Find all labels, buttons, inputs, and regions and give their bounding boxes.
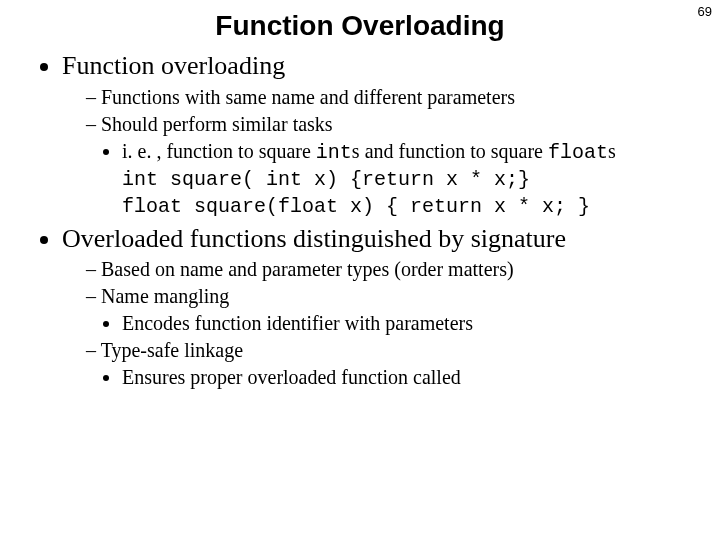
bullet-2-sublist: Based on name and parameter types (order… [68, 257, 690, 390]
page-number: 69 [698, 4, 712, 19]
bullet-2-sub-2-list: Encodes function identifier with paramet… [100, 311, 690, 336]
bullet-1-sub-2-text: Should perform similar tasks [101, 113, 333, 135]
slide: 69 Function Overloading Function overloa… [0, 0, 720, 540]
bullet-2-sub-2-text: Name mangling [101, 285, 229, 307]
b1s2a-post: s [608, 140, 616, 162]
bullet-1-sub-2a: i. e. , function to square ints and func… [122, 139, 690, 165]
b1s2a-code1: int [316, 141, 352, 164]
bullet-2: Overloaded functions distinguished by si… [62, 223, 690, 391]
bullet-2-sub-1: Based on name and parameter types (order… [86, 257, 690, 282]
bullet-2-sub-3: Type-safe linkage Ensures proper overloa… [86, 338, 690, 390]
b1s2a-pre: i. e. , function to square [122, 140, 316, 162]
bullet-list: Function overloading Functions with same… [40, 50, 690, 390]
bullet-2-text: Overloaded functions distinguished by si… [62, 224, 566, 253]
b1s2a-mid: s and function to square [352, 140, 548, 162]
slide-title: Function Overloading [30, 10, 690, 42]
code-line-1: int square( int x) {return x * x;} [122, 167, 690, 192]
bullet-1-text: Function overloading [62, 51, 285, 80]
bullet-2-sub-2a: Encodes function identifier with paramet… [122, 311, 690, 336]
bullet-2-sub-3-text: Type-safe linkage [101, 339, 243, 361]
bullet-1-sub-2: Should perform similar tasks i. e. , fun… [86, 112, 690, 219]
bullet-2-sub-3-list: Ensures proper overloaded function calle… [100, 365, 690, 390]
code-line-2: float square(float x) { return x * x; } [122, 194, 690, 219]
b1s2a-code2: float [548, 141, 608, 164]
bullet-1: Function overloading Functions with same… [62, 50, 690, 219]
bullet-1-sublist: Functions with same name and different p… [68, 85, 690, 219]
bullet-2-sub-2: Name mangling Encodes function identifie… [86, 284, 690, 336]
bullet-1-sub-1: Functions with same name and different p… [86, 85, 690, 110]
bullet-1-sub-2-list: i. e. , function to square ints and func… [100, 139, 690, 165]
bullet-2-sub-3a: Ensures proper overloaded function calle… [122, 365, 690, 390]
